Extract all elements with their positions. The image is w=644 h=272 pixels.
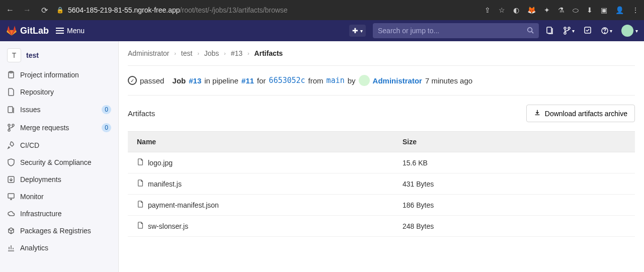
artifact-size: 186 Bytes (393, 195, 635, 216)
pipeline-text: in pipeline (204, 76, 238, 85)
search-input[interactable] (378, 27, 523, 35)
profile-icon[interactable]: 👤 (615, 6, 624, 14)
download-artifacts-button[interactable]: Download artifacts archive (526, 105, 635, 122)
breadcrumb-item[interactable]: Administrator (128, 49, 169, 57)
gitlab-brand-text: GitLab (20, 26, 49, 36)
menu-button[interactable]: Menu (56, 27, 85, 35)
breadcrumb-item[interactable]: Jobs (204, 49, 219, 57)
artifact-size: 15.6 KB (393, 152, 635, 173)
main-content: Administrator › test › Jobs › #13 › Arti… (119, 41, 644, 272)
artifact-name[interactable]: sw-slonser.js (148, 222, 188, 230)
job-id-link[interactable]: #13 (189, 76, 201, 85)
file-icon (137, 179, 144, 188)
user-link[interactable]: Administrator (373, 76, 422, 85)
sidebar-item-repository[interactable]: Repository (0, 83, 118, 101)
ext-icon-1[interactable]: ◐ (513, 6, 519, 14)
merge-shortcut-icon[interactable]: ▾ (563, 27, 575, 35)
project-name: test (26, 51, 39, 59)
help-icon[interactable]: ▾ (601, 27, 612, 35)
sidebar-item-label: Deployments (20, 175, 111, 184)
new-dropdown[interactable]: ✚ ▾ (349, 25, 366, 37)
sidebar-item-security[interactable]: Security & Compliance (0, 154, 118, 171)
leaf-icon[interactable]: ⬭ (573, 6, 579, 15)
hamburger-icon (56, 30, 64, 31)
topbar-right-icons: ▾ ▾ ▾ (546, 25, 638, 37)
ext-icon-2[interactable]: 🦊 (527, 6, 536, 14)
table-row: manifest.js431 Bytes (128, 173, 635, 195)
svg-point-11 (8, 124, 10, 126)
sidebar-item-analytics[interactable]: Analytics (0, 239, 118, 256)
sidebar-item-project-info[interactable]: Project information (0, 66, 118, 83)
sidebar-item-merge-requests[interactable]: Merge requests 0 (0, 119, 118, 137)
for-text: for (257, 76, 266, 85)
sidebar-item-monitor[interactable]: Monitor (0, 188, 118, 205)
sidebar-item-infrastructure[interactable]: Infrastructure (0, 205, 118, 222)
branch-link[interactable]: main (327, 76, 345, 85)
breadcrumb-item[interactable]: #13 (231, 49, 243, 57)
status-passed-icon: ✓ (128, 76, 137, 85)
artifacts-heading: Artifacts (128, 109, 155, 118)
merge-icon (7, 124, 15, 132)
sidebar-item-label: Project information (20, 71, 111, 79)
todos-icon[interactable] (584, 26, 592, 36)
extensions-icon[interactable]: ✦ (544, 6, 550, 14)
svg-point-4 (568, 27, 570, 29)
star-icon[interactable]: ☆ (499, 6, 505, 14)
breadcrumb-item[interactable]: test (181, 49, 193, 57)
file-icon (137, 222, 144, 230)
sidebar-item-label: Infrastructure (20, 210, 111, 218)
sidebar-item-cicd[interactable]: CI/CD (0, 137, 118, 154)
from-text: from (308, 76, 324, 85)
issues-shortcut-icon[interactable] (546, 26, 554, 36)
svg-point-2 (564, 27, 566, 29)
cloud-icon (7, 210, 15, 218)
lock-icon: 🔒 (56, 7, 64, 14)
browser-right-icons: ⇪ ☆ ◐ 🦊 ✦ ⚗ ⬭ ⬇ ▣ 👤 ⋮ (485, 6, 639, 15)
col-name-header: Name (128, 132, 393, 152)
download-label: Download artifacts archive (545, 110, 627, 118)
status-text: passed (140, 76, 164, 85)
sidebar-item-packages[interactable]: Packages & Registries (0, 222, 118, 239)
plus-icon: ✚ (352, 27, 358, 35)
svg-rect-15 (8, 194, 14, 198)
breadcrumb-current: Artifacts (254, 49, 283, 57)
browser-reload[interactable]: ⟳ (39, 6, 49, 15)
sidebar-item-label: Repository (20, 88, 111, 96)
panel-icon[interactable]: ▣ (601, 6, 607, 14)
svg-point-7 (605, 33, 605, 33)
artifact-name[interactable]: logo.jpg (148, 159, 173, 167)
download-icon[interactable]: ⬇ (587, 6, 593, 14)
table-row: sw-slonser.js248 Bytes (128, 216, 635, 237)
commit-link[interactable]: 6653052c (269, 76, 305, 85)
timestamp: 7 minutes ago (425, 76, 472, 85)
sidebar-item-issues[interactable]: Issues 0 (0, 101, 118, 119)
browser-forward[interactable]: → (22, 6, 32, 15)
url-bar[interactable]: 🔒 5604-185-219-81-55.ngrok-free.app/root… (56, 6, 477, 14)
artifact-name[interactable]: manifest.js (148, 180, 182, 188)
sidebar-item-deployments[interactable]: Deployments (0, 171, 118, 188)
file-icon (137, 201, 144, 209)
job-status-bar: ✓ passed Job #13 in pipeline #11 for 665… (128, 66, 635, 96)
svg-point-0 (528, 27, 532, 32)
pipeline-id-link[interactable]: #11 (242, 76, 254, 85)
browser-back[interactable]: ← (5, 6, 15, 15)
gitlab-topbar: GitLab Menu ✚ ▾ ▾ ▾ ▾ (0, 20, 644, 41)
labs-icon[interactable]: ⚗ (558, 6, 565, 14)
user-menu[interactable]: ▾ (621, 25, 638, 37)
chevron-right-icon: › (224, 51, 225, 56)
col-size-header: Size (393, 132, 635, 152)
artifact-size: 431 Bytes (393, 173, 635, 195)
sidebar-item-label: Merge requests (20, 124, 97, 132)
monitor-icon (7, 193, 15, 201)
tanuki-icon (6, 25, 17, 36)
gitlab-logo[interactable]: GitLab (6, 25, 49, 36)
search-icon[interactable] (527, 27, 534, 35)
kebab-icon[interactable]: ⋮ (632, 6, 639, 14)
chevron-right-icon: › (174, 51, 176, 56)
global-search[interactable] (373, 23, 539, 38)
artifact-name[interactable]: payment-manifest.json (148, 201, 219, 209)
job-label: Job (173, 76, 186, 85)
sidebar-item-label: Security & Compliance (20, 158, 111, 166)
share-icon[interactable]: ⇪ (485, 6, 491, 14)
project-context[interactable]: T test (0, 44, 118, 66)
